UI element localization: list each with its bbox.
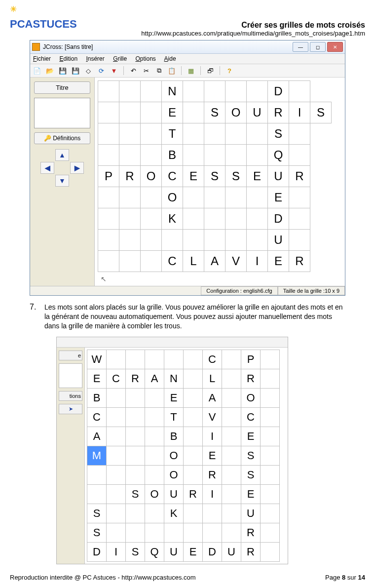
cell[interactable]: U — [268, 166, 289, 187]
cell[interactable] — [225, 208, 247, 230]
cell[interactable] — [184, 465, 203, 484]
cell[interactable]: S — [225, 166, 247, 187]
cell[interactable] — [107, 504, 126, 523]
cell[interactable] — [247, 145, 268, 166]
cell[interactable] — [141, 251, 162, 272]
cell[interactable] — [145, 465, 164, 484]
cell[interactable]: E — [162, 102, 183, 123]
cell[interactable] — [261, 465, 280, 484]
cell[interactable]: C — [203, 350, 222, 369]
cell[interactable] — [141, 102, 162, 123]
cell[interactable] — [225, 187, 247, 208]
cell[interactable]: S — [126, 484, 145, 504]
title-textbox[interactable] — [34, 98, 90, 128]
definitions-button[interactable]: 🔑 Définitions — [34, 132, 90, 144]
copy-icon[interactable]: ⧉ — [154, 66, 164, 76]
cell[interactable] — [222, 369, 241, 388]
menu-grille[interactable]: Grille — [113, 55, 127, 62]
cell[interactable] — [119, 102, 141, 123]
cell[interactable] — [184, 427, 203, 446]
cell[interactable]: D — [268, 81, 289, 102]
cell[interactable] — [222, 446, 241, 465]
cell[interactable] — [107, 388, 126, 407]
cell[interactable] — [204, 230, 225, 251]
cell[interactable]: M — [87, 446, 107, 465]
cell[interactable]: E — [203, 446, 222, 465]
cell[interactable] — [126, 388, 145, 407]
cell[interactable] — [247, 230, 268, 251]
cell[interactable]: I — [203, 484, 222, 504]
cell[interactable]: E — [268, 187, 289, 208]
refresh-icon[interactable]: ⟳ — [96, 66, 106, 76]
cell[interactable]: C — [162, 251, 183, 272]
cell[interactable] — [126, 427, 145, 446]
menu-fichier[interactable]: Fichier — [33, 55, 51, 62]
new-icon[interactable]: 📄 — [32, 66, 42, 76]
cell[interactable] — [222, 465, 241, 484]
cell[interactable] — [145, 427, 164, 446]
menu-options[interactable]: Options — [135, 55, 155, 62]
cell[interactable] — [261, 484, 280, 504]
cell[interactable] — [145, 350, 164, 369]
cell[interactable]: N — [162, 81, 183, 102]
cell[interactable] — [183, 81, 204, 102]
cell[interactable]: O — [241, 388, 261, 407]
cell[interactable] — [184, 369, 203, 388]
cell[interactable]: D — [203, 542, 222, 561]
cell[interactable]: T — [162, 123, 183, 145]
side2-titre[interactable]: e — [59, 351, 82, 360]
cell[interactable] — [225, 145, 247, 166]
cell[interactable]: U — [222, 542, 241, 561]
cell[interactable] — [247, 208, 268, 230]
cell[interactable] — [247, 123, 268, 145]
undo-icon[interactable]: ↶ — [128, 66, 138, 76]
cell[interactable]: R — [241, 523, 261, 542]
cell[interactable]: S — [310, 102, 332, 123]
grid-icon[interactable]: ▦ — [186, 66, 196, 76]
cell[interactable] — [289, 187, 310, 208]
cell[interactable] — [107, 350, 126, 369]
cell[interactable] — [183, 102, 204, 123]
cell[interactable] — [98, 145, 119, 166]
cell[interactable] — [225, 230, 247, 251]
cell[interactable]: O — [141, 166, 162, 187]
cell[interactable] — [126, 523, 145, 542]
cell[interactable]: S — [204, 166, 225, 187]
cell[interactable] — [119, 230, 141, 251]
cell[interactable] — [222, 523, 241, 542]
cell[interactable]: E — [184, 542, 203, 561]
cell[interactable] — [183, 123, 204, 145]
cell[interactable] — [107, 465, 126, 484]
arrow-right[interactable]: ▶ — [70, 162, 84, 174]
cell[interactable]: B — [164, 427, 184, 446]
cell[interactable]: R — [289, 251, 310, 272]
cut-icon[interactable]: ✂ — [141, 66, 151, 76]
arrow-down[interactable]: ▼ — [55, 175, 69, 187]
cell[interactable]: A — [87, 427, 107, 446]
cell[interactable] — [184, 350, 203, 369]
cell[interactable] — [222, 388, 241, 407]
open-icon[interactable]: 📂 — [45, 66, 55, 76]
cell[interactable]: E — [268, 251, 289, 272]
cell[interactable] — [141, 230, 162, 251]
cell[interactable] — [87, 484, 107, 504]
cell[interactable] — [222, 350, 241, 369]
cell[interactable] — [222, 504, 241, 523]
cell[interactable]: U — [164, 484, 184, 504]
cell[interactable]: D — [87, 542, 107, 561]
cell[interactable]: S — [87, 523, 107, 542]
cell[interactable]: A — [145, 369, 164, 388]
cell[interactable] — [261, 542, 280, 561]
cell[interactable]: E — [164, 388, 184, 407]
cell[interactable] — [261, 369, 280, 388]
cell[interactable]: L — [183, 251, 204, 272]
cell[interactable] — [126, 465, 145, 484]
cell[interactable] — [261, 407, 280, 427]
cell[interactable]: A — [204, 251, 225, 272]
cell[interactable]: R — [268, 102, 289, 123]
cell[interactable] — [107, 446, 126, 465]
cell[interactable] — [183, 208, 204, 230]
cell[interactable] — [107, 484, 126, 504]
cell[interactable] — [222, 407, 241, 427]
cell[interactable] — [184, 523, 203, 542]
